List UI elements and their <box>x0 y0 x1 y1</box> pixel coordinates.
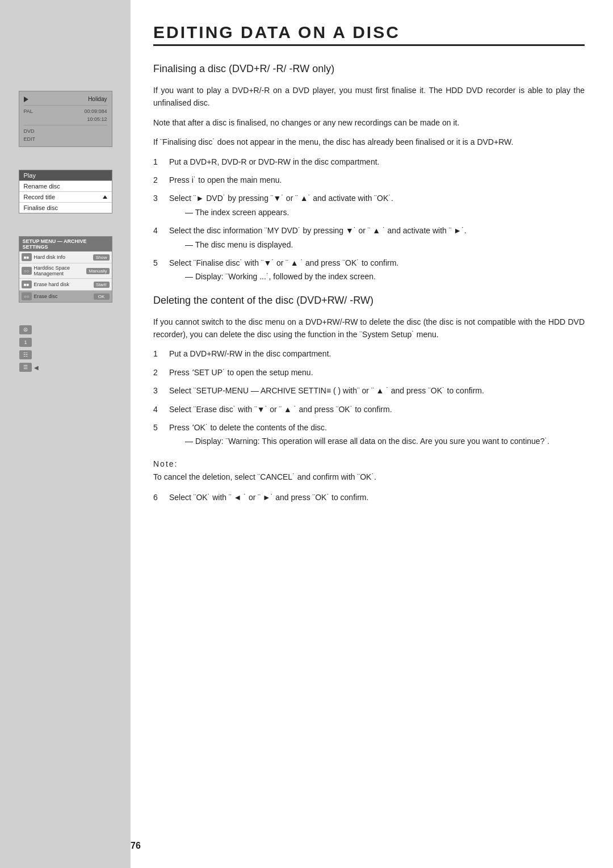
setup-erase-hdd-btn[interactable]: Start! <box>94 282 110 288</box>
menu-item-record[interactable]: Record title <box>19 192 112 203</box>
section2-step6: 6 Select ¨OK˙ with ¨ ◄ ˙ or ¨ ►˙ and pre… <box>153 491 585 504</box>
icon-grid: ☷ <box>19 350 32 359</box>
section2-steps: 1 Put a DVD+RW/-RW in the disc compartme… <box>153 347 585 447</box>
setup-erase-hdd-label: Erase hard disk <box>34 282 91 287</box>
setup-row-erase-disc: ○○ Erase disc OK <box>19 291 112 302</box>
setup-hdd-info-label: Hard disk Info <box>34 254 91 260</box>
list-item: 4 Select the disc information ¨MY DVD˙ b… <box>153 224 585 251</box>
setup-erase-disc-btn[interactable]: OK <box>94 293 110 300</box>
list-item: 1 Put a DVD+RW/-RW in the disc compartme… <box>153 347 585 360</box>
list-item: 1 Put a DVD+R, DVD-R or DVD-RW in the di… <box>153 156 585 168</box>
play-icon <box>24 97 28 102</box>
list-item: 5 Press ʼOK˙ to delete the contents of t… <box>153 421 585 448</box>
erase-disc-icon: ○○ <box>22 292 32 300</box>
setup-space-mgmt-label: Harddisc Space Management <box>34 265 85 276</box>
setup-header: SETUP MENU — ARCHIVE SETTINGS <box>19 237 112 251</box>
sw-dvd: DVD <box>24 128 35 134</box>
setup-space-mgmt-btn[interactable]: Manually <box>86 268 109 274</box>
menu-item-finalise[interactable]: Finalise disc <box>19 203 112 213</box>
sw-time2: 10:05:12 <box>87 116 107 122</box>
sw-edit: EDIT <box>24 136 36 142</box>
icon-row-4: ☰ ◀ <box>19 363 39 372</box>
section1-title: Finalising a disc (DVD+R/ -R/ -RW only) <box>153 63 585 75</box>
sw-time1: 00:09:084 <box>84 108 107 114</box>
note-block: Note: To cancel the deletion, select ¨CA… <box>153 459 585 483</box>
setup-hdd-info-btn[interactable]: Show <box>93 254 109 261</box>
note-label: Note: <box>153 459 585 468</box>
section1-para2: Note that after a disc is finalised, no … <box>153 116 585 129</box>
list-item: 4 Select ¨Erase disc˙ with ¨▼˙ or ¨ ▲ ˙ … <box>153 403 585 416</box>
icon-row-1: ☮ <box>19 325 39 334</box>
list-item: 6 Select ¨OK˙ with ¨ ◄ ˙ or ¨ ►˙ and pre… <box>153 491 585 504</box>
sw-holiday: Holiday <box>88 96 107 102</box>
icon-list: ☰ <box>19 363 32 372</box>
page-title: EDITING DATA ON A DISC <box>153 23 585 46</box>
menu-item-play[interactable]: Play <box>19 170 112 181</box>
left-panel: Holiday PAL 00:09:084 10:05:12 DVD EDIT … <box>0 0 131 868</box>
icon-row-3: ☷ <box>19 350 39 359</box>
page-number: 76 <box>131 841 141 851</box>
erase-hdd-icon: ■■ <box>22 280 32 288</box>
section2-title: Deleting the content of the disc (DVD+RW… <box>153 295 585 307</box>
icon-number: 1 <box>19 338 32 347</box>
setup-row-erase-hdd: ■■ Erase hard disk Start! <box>19 279 112 291</box>
screen-widget: Holiday PAL 00:09:084 10:05:12 DVD EDIT <box>19 91 112 147</box>
list-item: 3 Select ¨► DVD˙ by pressing ¨▼˙ or ¨ ▲˙… <box>153 192 585 219</box>
icon-row-2: 1 <box>19 338 39 347</box>
list-item: 3 Select ¨SETUP-MENU — ARCHIVE SETTIN≡ (… <box>153 384 585 397</box>
sw-pal: PAL <box>24 108 33 114</box>
bottom-icons: ☮ 1 ☷ ☰ ◀ <box>0 325 39 372</box>
setup-row-hdd-info: ■■ Hard disk Info Show <box>19 251 112 263</box>
note-text: To cancel the deletion, select ¨CANCEL˙ … <box>153 471 585 483</box>
setup-erase-disc-label: Erase disc <box>34 293 91 299</box>
icon-disc: ☮ <box>19 325 32 334</box>
space-mgmt-icon: ○○ <box>22 267 32 275</box>
menu-widget: Play Rename disc Record title Finalise d… <box>19 170 112 213</box>
section1-para3: If ¨Finalising disc˙ does not appear in … <box>153 136 585 148</box>
setup-row-space-mgmt: ○○ Harddisc Space Management Manually <box>19 263 112 279</box>
arrow-up-icon <box>103 195 107 199</box>
list-item: 2 Press i˙ to open the main menu. <box>153 174 585 186</box>
list-item: 5 Select ¨Finalise disc˙ with ¨▼˙ or ¨ ▲… <box>153 257 585 283</box>
list-item: 2 Press ʼSET UP˙ to open the setup menu. <box>153 366 585 379</box>
icon-arrow: ◀ <box>34 364 39 371</box>
section1-steps: 1 Put a DVD+R, DVD-R or DVD-RW in the di… <box>153 156 585 283</box>
right-content: EDITING DATA ON A DISC Finalising a disc… <box>131 0 613 868</box>
section2-para1: If you cannot switch to the disc menu on… <box>153 316 585 341</box>
setup-widget: SETUP MENU — ARCHIVE SETTINGS ■■ Hard di… <box>19 236 112 303</box>
section1-para1: If you want to play a DVD+R/-R on a DVD … <box>153 84 585 110</box>
hdd-info-icon: ■■ <box>22 253 32 261</box>
menu-item-rename[interactable]: Rename disc <box>19 181 112 192</box>
